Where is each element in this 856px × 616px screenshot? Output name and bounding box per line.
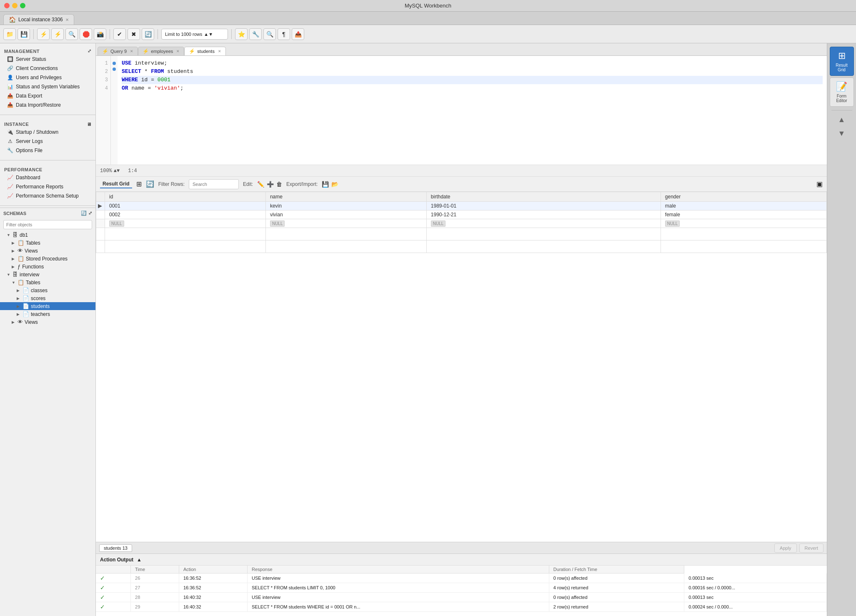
sidebar-item-data-export[interactable]: 📤 Data Export — [0, 91, 95, 100]
line-dot-3 — [113, 73, 116, 77]
sidebar-item-perf-reports[interactable]: 📈 Performance Reports — [0, 182, 95, 191]
instance-tab[interactable]: 🏠 Local instance 3306 ✕ — [3, 14, 74, 25]
sidebar-item-server-logs[interactable]: ⚠ Server Logs — [0, 137, 95, 146]
execute-selected-button[interactable]: ⚡ — [51, 28, 64, 40]
right-panel-up-arrow[interactable]: ▲ — [836, 114, 847, 126]
export-button[interactable]: 📤 — [292, 28, 304, 40]
schema-table-scores[interactable]: ▶ 📄 scores — [0, 294, 95, 302]
schema-interview[interactable]: ▼ 🗄 interview — [0, 270, 95, 278]
action-row-29[interactable]: ✓ 29 16:40:32 SELECT * FROM students WHE… — [96, 602, 827, 612]
panel-toggle-icon[interactable]: ▣ — [816, 180, 823, 188]
result-row-null[interactable]: NULL NULL NULL NULL — [96, 219, 827, 228]
snapshot-button[interactable]: 📸 — [94, 28, 106, 40]
status-ok-28: ✓ — [100, 594, 105, 601]
action-row-27[interactable]: ✓ 27 16:36:52 SELECT * FROM students LIM… — [96, 583, 827, 593]
rollback-button[interactable]: ✖ — [128, 28, 140, 40]
action-row-28[interactable]: ✓ 28 16:40:32 USE interview 0 row(s) aff… — [96, 593, 827, 602]
result-row-0001[interactable]: ▶ 0001 kevin 1989-01-01 male — [96, 202, 827, 210]
refresh-icon[interactable]: 🔄 — [146, 180, 154, 188]
schema-interview-views[interactable]: ▶ 👁 Views — [0, 318, 95, 326]
bookmark-button[interactable]: ⭐ — [235, 28, 248, 40]
data-import-label: Data Import/Restore — [16, 102, 61, 108]
students-tab-close[interactable]: ✕ — [218, 49, 221, 53]
sidebar-item-users-privileges[interactable]: 👤 Users and Privileges — [0, 73, 95, 82]
sidebar-item-client-connections[interactable]: 🔗 Client Connections — [0, 64, 95, 73]
sidebar-item-options-file[interactable]: 🔧 Options File — [0, 146, 95, 155]
sidebar-item-data-import[interactable]: 📥 Data Import/Restore — [0, 100, 95, 110]
schema-db1-functions[interactable]: ▶ ƒ Functions — [0, 263, 95, 270]
close-window-button[interactable] — [4, 3, 10, 8]
schema-db1-tables[interactable]: ▶ 📋 Tables — [0, 239, 95, 247]
query-tab-students[interactable]: ⚡ students ✕ — [184, 47, 226, 55]
schema-filter — [3, 220, 92, 229]
minimize-window-button[interactable] — [12, 3, 18, 8]
result-row-0002[interactable]: 0002 vivian 1990-12-21 female — [96, 210, 827, 219]
query-tab-query9[interactable]: ⚡ Query 9 ✕ — [98, 47, 138, 55]
sidebar-item-status-variables[interactable]: 📊 Status and System Variables — [0, 82, 95, 91]
apply-button[interactable]: Apply — [774, 543, 797, 553]
result-grid-panel-btn[interactable]: ⊞ ResultGrid — [830, 47, 854, 76]
schemas-refresh-icon[interactable]: 🔄 — [81, 210, 87, 216]
employees-close[interactable]: ✕ — [176, 49, 180, 53]
query9-close[interactable]: ✕ — [130, 49, 133, 53]
db1-procs-chevron: ▶ — [12, 257, 16, 261]
commit-button[interactable]: ✔ — [113, 28, 126, 40]
sql-editor-content[interactable]: 1 2 3 4 USE interview; SELECT * FROM stu… — [96, 56, 827, 165]
right-panel-down-arrow[interactable]: ▼ — [836, 128, 847, 140]
filter-input[interactable] — [3, 220, 92, 229]
sidebar-item-startup-shutdown[interactable]: 🔌 Startup / Shutdown — [0, 128, 95, 137]
schema-interview-tables[interactable]: ▼ 📋 Tables — [0, 278, 95, 286]
instance-tab-close[interactable]: ✕ — [65, 18, 69, 22]
add-row-icon[interactable]: ➕ — [267, 181, 274, 188]
maximize-window-button[interactable] — [20, 3, 25, 8]
students-tab-bottom[interactable]: students 13 — [99, 544, 132, 552]
management-expand-icon[interactable]: ⤢ — [88, 48, 92, 54]
action-output-chevron[interactable]: ▲ — [137, 557, 142, 563]
query-tabs: ⚡ Query 9 ✕ ⚡ employees ✕ ⚡ students ✕ — [96, 43, 827, 56]
import-icon[interactable]: 📂 — [331, 181, 338, 188]
edit-pencil-icon[interactable]: ✏️ — [257, 181, 264, 188]
sidebar-item-perf-schema[interactable]: 📈 Performance Schema Setup — [0, 191, 95, 200]
sidebar-item-server-status[interactable]: 🔲 Server Status — [0, 55, 95, 64]
options-label: Options File — [16, 148, 43, 153]
limit-rows-select[interactable]: Limit to 1000 rows ▲▼ — [161, 29, 228, 40]
row-null-gender: NULL — [661, 219, 826, 228]
schema-table-classes[interactable]: ▶ 📄 classes — [0, 286, 95, 294]
magic-button[interactable]: 🔧 — [249, 28, 262, 40]
find-button[interactable]: ¶ — [278, 28, 290, 40]
schema-db1[interactable]: ▼ 🗄 db1 — [0, 231, 95, 239]
schemas-expand-icon[interactable]: ⤢ — [88, 210, 92, 216]
query-tab-employees[interactable]: ⚡ employees ✕ — [138, 47, 184, 55]
search-button[interactable]: 🔍 — [263, 28, 276, 40]
scores-label: scores — [31, 295, 45, 301]
grid-view-icon[interactable]: ⊞ — [136, 180, 142, 188]
schema-db1-stored-procs[interactable]: ▶ 📋 Stored Procedures — [0, 255, 95, 263]
save-button[interactable]: 💾 — [18, 28, 30, 40]
stop-button[interactable]: 🛑 — [80, 28, 92, 40]
edit-label: Edit: — [243, 181, 253, 187]
open-folder-button[interactable]: 📁 — [3, 28, 16, 40]
form-editor-panel-btn[interactable]: 📝 FormEditor — [830, 78, 854, 107]
sql-code[interactable]: USE interview; SELECT * FROM students WH… — [118, 56, 827, 165]
filter-search-input[interactable] — [189, 179, 239, 189]
auto-commit-button[interactable]: 🔄 — [142, 28, 154, 40]
row-29-action: SELECT * FROM students WHERE id = 0001 O… — [247, 602, 549, 612]
schema-db1-views[interactable]: ▶ 👁 Views — [0, 247, 95, 255]
sidebar-item-dashboard[interactable]: 📈 Dashboard — [0, 173, 95, 182]
delete-row-icon[interactable]: 🗑 — [276, 181, 282, 188]
action-output: Action Output ▲ Time Action Response Dur… — [96, 553, 827, 616]
zoom-control[interactable]: 100% ▲▼ — [100, 168, 120, 174]
result-grid-tab[interactable]: Result Grid — [100, 180, 132, 188]
explain-button[interactable]: 🔍 — [65, 28, 78, 40]
schema-table-students[interactable]: ▶ 📄 students — [0, 302, 95, 310]
revert-button[interactable]: Revert — [799, 543, 823, 553]
execute-button[interactable]: ⚡ — [37, 28, 50, 40]
schema-table-teachers[interactable]: ▶ 📄 teachers — [0, 310, 95, 318]
action-row-26[interactable]: ✓ 26 16:36:52 USE interview 0 row(s) aff… — [96, 573, 827, 583]
classes-chevron: ▶ — [17, 288, 21, 293]
employees-icon: ⚡ — [143, 48, 149, 54]
home-icon: 🏠 — [9, 16, 16, 23]
row-null-name: NULL — [265, 219, 426, 228]
sidebar-sep-3 — [0, 205, 95, 206]
export-icon[interactable]: 💾 — [322, 181, 329, 188]
